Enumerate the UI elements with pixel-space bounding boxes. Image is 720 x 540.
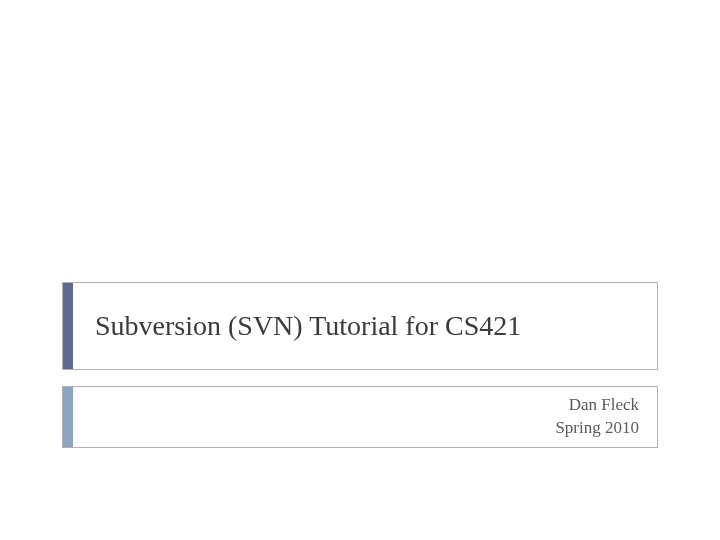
subtitle-accent-bar [63, 387, 73, 447]
title-accent-bar [63, 283, 73, 369]
subtitle-container: Dan Fleck Spring 2010 [62, 386, 658, 448]
title-container: Subversion (SVN) Tutorial for CS421 [62, 282, 658, 370]
subtitle-content: Dan Fleck Spring 2010 [73, 394, 657, 440]
author-text: Dan Fleck [73, 394, 639, 417]
slide-title: Subversion (SVN) Tutorial for CS421 [73, 310, 521, 342]
term-text: Spring 2010 [73, 417, 639, 440]
